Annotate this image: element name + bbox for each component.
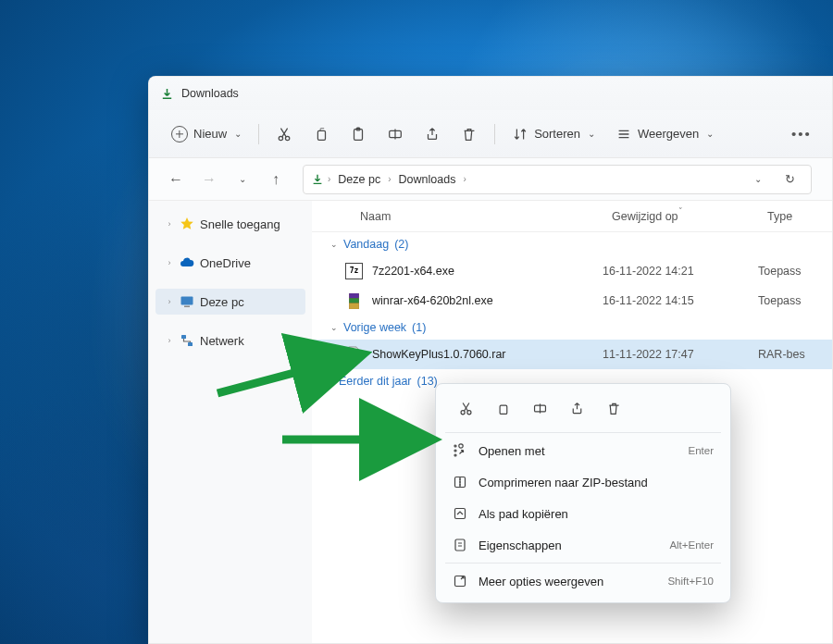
svg-point-19 xyxy=(454,450,456,452)
file-name: ShowKeyPlus1.0.7060.rar xyxy=(372,348,603,361)
breadcrumb-root[interactable]: Deze pc xyxy=(334,171,384,188)
cut-button[interactable] xyxy=(267,118,302,151)
svg-point-15 xyxy=(466,410,470,414)
file-type: Toepass xyxy=(758,265,832,278)
svg-rect-6 xyxy=(181,297,193,305)
ctx-compress-zip[interactable]: Comprimeren naar ZIP-bestand xyxy=(441,466,725,498)
view-icon xyxy=(615,126,632,142)
chevron-down-icon: ⌄ xyxy=(706,129,714,139)
file-icon-rar xyxy=(345,292,363,309)
refresh-button[interactable]: ↻ xyxy=(776,166,803,193)
plus-icon xyxy=(171,126,188,142)
paste-button[interactable] xyxy=(341,118,376,151)
context-menu: Openen met Enter Comprimeren naar ZIP-be… xyxy=(435,383,731,603)
ctx-cut-button[interactable] xyxy=(449,393,482,423)
sort-button[interactable]: Sorteren ⌄ xyxy=(503,118,604,151)
svg-rect-12 xyxy=(349,298,359,303)
file-icon-generic xyxy=(345,346,363,363)
separator xyxy=(445,432,721,433)
view-button[interactable]: Weergeven ⌄ xyxy=(606,118,723,151)
column-headers: Naam Gewijzigd op Type xyxy=(312,201,832,232)
svg-point-20 xyxy=(454,454,456,456)
ctx-rename-button[interactable] xyxy=(523,393,556,423)
file-date: 16-11-2022 14:15 xyxy=(603,294,758,307)
separator xyxy=(258,124,259,144)
zip-icon xyxy=(453,475,467,489)
chevron-down-icon: ⌄ xyxy=(330,240,338,249)
chevron-right-icon: › xyxy=(330,377,333,386)
new-button[interactable]: Nieuw ⌄ xyxy=(162,118,251,151)
sort-icon xyxy=(512,126,528,142)
ctx-more-options[interactable]: Meer opties weergeven Shift+F10 xyxy=(441,565,725,597)
svg-rect-13 xyxy=(349,303,359,309)
properties-icon xyxy=(453,538,467,552)
forward-button[interactable]: → xyxy=(195,166,223,193)
svg-rect-8 xyxy=(181,335,186,339)
share-button[interactable] xyxy=(415,118,450,151)
copy-button[interactable] xyxy=(304,118,339,151)
group-header[interactable]: ⌄ Vandaag (2) xyxy=(312,232,832,256)
more-options-icon xyxy=(453,574,467,588)
more-button[interactable]: ••• xyxy=(784,118,819,151)
sidebar-item-quick-access[interactable]: › Snelle toegang xyxy=(155,211,305,237)
svg-point-14 xyxy=(461,410,465,414)
up-button[interactable]: ↑ xyxy=(262,166,290,193)
downloads-icon xyxy=(160,87,174,101)
chevron-down-icon: ⌄ xyxy=(330,323,338,332)
ctx-delete-button[interactable] xyxy=(597,393,630,423)
chevron-right-icon: › xyxy=(328,174,330,184)
rename-button[interactable] xyxy=(378,118,413,151)
sidebar-item-this-pc[interactable]: › Deze pc xyxy=(155,289,305,315)
sidebar: › Snelle toegang › OneDrive › Deze pc › … xyxy=(149,201,312,643)
breadcrumb-folder[interactable]: Downloads xyxy=(395,171,460,188)
svg-rect-2 xyxy=(318,130,326,140)
sidebar-item-network[interactable]: › Netwerk xyxy=(155,328,305,353)
col-modified[interactable]: Gewijzigd op xyxy=(603,210,758,223)
ctx-share-button[interactable] xyxy=(560,393,593,423)
svg-point-21 xyxy=(459,444,463,448)
open-with-icon xyxy=(453,443,467,458)
delete-button[interactable] xyxy=(452,118,487,151)
file-date: 16-11-2022 14:21 xyxy=(603,265,758,278)
chevron-right-icon: › xyxy=(165,297,174,306)
file-row[interactable]: ShowKeyPlus1.0.7060.rar 11-11-2022 17:47… xyxy=(312,340,832,369)
sidebar-item-label: Deze pc xyxy=(200,295,244,309)
addr-chevron-down[interactable]: ⌄ xyxy=(744,166,772,193)
svg-rect-24 xyxy=(455,539,465,551)
file-name: 7z2201-x64.exe xyxy=(372,265,603,278)
separator xyxy=(494,124,495,144)
ctx-copy-button[interactable] xyxy=(486,393,519,423)
ctx-copy-path[interactable]: Als pad kopiëren xyxy=(441,498,725,529)
svg-point-18 xyxy=(454,445,456,447)
chevron-down-icon: ⌄ xyxy=(588,129,595,139)
svg-point-0 xyxy=(279,136,282,140)
sidebar-item-label: Netwerk xyxy=(200,334,244,348)
titlebar[interactable]: Downloads xyxy=(149,77,832,110)
cloud-icon xyxy=(180,255,194,270)
col-type[interactable]: Type xyxy=(758,210,832,223)
chevron-right-icon: › xyxy=(463,174,466,184)
window-title: Downloads xyxy=(181,87,239,100)
col-name[interactable]: Naam xyxy=(312,210,603,223)
file-type: RAR-bes xyxy=(758,348,832,361)
address-bar[interactable]: › Deze pc › Downloads › ⌄ ↻ xyxy=(303,165,812,194)
file-date: 11-11-2022 17:47 xyxy=(603,348,758,361)
recent-button[interactable]: ⌄ xyxy=(229,166,256,193)
ctx-properties[interactable]: Eigenschappen Alt+Enter xyxy=(441,529,725,561)
ctx-open-with[interactable]: Openen met Enter xyxy=(441,435,725,466)
toolbar: Nieuw ⌄ Sorteren ⌄ Weergeven ⌄ ••• xyxy=(149,110,832,158)
file-type: Toepass xyxy=(758,294,832,307)
svg-rect-9 xyxy=(188,342,193,346)
downloads-icon xyxy=(311,173,324,186)
file-row[interactable]: winrar-x64-620b2nl.exe 16-11-2022 14:15 … xyxy=(312,286,832,316)
sidebar-item-label: Snelle toegang xyxy=(200,217,280,231)
back-button[interactable]: ← xyxy=(162,166,190,193)
chevron-right-icon: › xyxy=(165,336,174,345)
sidebar-item-onedrive[interactable]: › OneDrive xyxy=(155,250,305,276)
file-name: winrar-x64-620b2nl.exe xyxy=(372,294,603,307)
file-row[interactable]: 7z 7z2201-x64.exe 16-11-2022 14:21 Toepa… xyxy=(312,256,832,286)
svg-rect-11 xyxy=(349,293,359,298)
star-icon xyxy=(180,217,194,231)
context-icon-row xyxy=(441,390,725,430)
group-header[interactable]: ⌄ Vorige week (1) xyxy=(312,316,832,340)
